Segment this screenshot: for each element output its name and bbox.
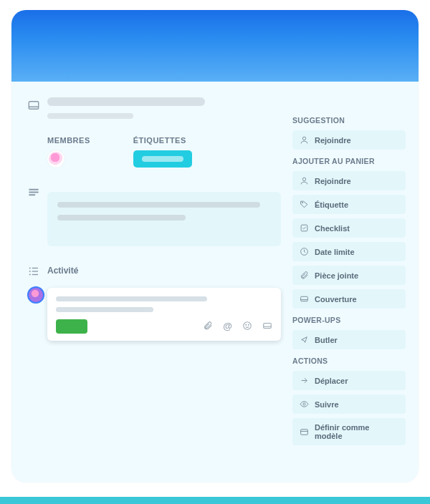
- sidebar-item-label: Suivre: [315, 400, 339, 409]
- sidebar-item-label: Checklist: [315, 224, 350, 233]
- members-section: MEMBRES: [47, 136, 90, 168]
- svg-rect-21: [301, 296, 308, 301]
- members-heading: MEMBRES: [47, 136, 90, 145]
- svg-point-16: [302, 137, 305, 140]
- mention-icon[interactable]: @: [223, 321, 232, 333]
- sidebar-item-label: Rejoindre: [315, 177, 351, 185]
- card-modal: MEMBRES ÉTIQUETTES: [11, 10, 419, 483]
- svg-rect-24: [301, 429, 308, 435]
- user-avatar-gutter: [27, 284, 47, 304]
- sidebar-label-button[interactable]: Étiquette: [292, 195, 406, 214]
- sidebar-move-button[interactable]: Déplacer: [292, 371, 406, 390]
- sidebar-item-label: Étiquette: [315, 200, 348, 209]
- svg-point-7: [29, 271, 31, 272]
- page-accent-bar: [0, 497, 430, 504]
- labels-heading: ÉTIQUETTES: [133, 136, 192, 145]
- svg-point-9: [29, 274, 31, 276]
- svg-point-18: [302, 202, 302, 203]
- sidebar-join-button[interactable]: Rejoindre: [292, 130, 406, 150]
- description-icon: [27, 185, 47, 199]
- sidebar-duedate-button[interactable]: Date limite: [292, 242, 406, 261]
- emoji-icon[interactable]: [242, 321, 252, 333]
- card-icon-small[interactable]: [262, 321, 272, 333]
- description-box[interactable]: [47, 192, 281, 246]
- member-avatar[interactable]: [47, 150, 64, 168]
- svg-point-23: [303, 403, 305, 405]
- sidebar-checklist-button[interactable]: Checklist: [292, 218, 406, 238]
- sidebar-item-label: Rejoindre: [315, 136, 351, 145]
- svg-rect-0: [29, 102, 39, 110]
- current-user-avatar[interactable]: [27, 286, 44, 304]
- sidebar-template-button[interactable]: Définir comme modèle: [292, 418, 406, 445]
- sidebar-item-label: Définir comme modèle: [315, 423, 398, 440]
- description-line: [57, 215, 186, 220]
- description-line: [57, 202, 260, 208]
- sidebar-heading-powerups: POWER-UPS: [292, 316, 406, 324]
- sidebar-join-button-2[interactable]: Rejoindre: [292, 171, 406, 190]
- card-subtitle-placeholder: [47, 113, 133, 119]
- sidebar-watch-button[interactable]: Suivre: [292, 394, 406, 414]
- sidebar-attachment-button[interactable]: Pièce jointe: [292, 266, 406, 285]
- sidebar-item-label: Pièce jointe: [315, 271, 358, 280]
- comment-placeholder-line: [56, 307, 153, 312]
- activity-icon: [27, 263, 47, 278]
- main-column: MEMBRES ÉTIQUETTES: [27, 97, 281, 450]
- sidebar-heading-suggestion: SUGGESTION: [292, 116, 406, 125]
- svg-point-5: [29, 268, 31, 269]
- sidebar-item-label: Butler: [315, 336, 338, 344]
- sidebar-cover-button[interactable]: Couverture: [292, 289, 406, 309]
- activity-heading: Activité: [47, 266, 78, 276]
- sidebar-item-label: Couverture: [315, 295, 357, 304]
- sidebar-butler-button[interactable]: Butler: [292, 330, 406, 349]
- comment-toolbar: @: [203, 321, 272, 333]
- svg-point-13: [248, 324, 249, 325]
- sidebar-item-label: Date limite: [315, 248, 355, 256]
- svg-rect-4: [29, 194, 35, 195]
- card-title-placeholder[interactable]: [47, 97, 205, 106]
- sidebar-heading-actions: ACTIONS: [292, 357, 406, 365]
- cover-banner[interactable]: [11, 10, 419, 82]
- svg-point-11: [244, 321, 252, 329]
- svg-point-17: [302, 178, 305, 180]
- svg-rect-14: [264, 323, 272, 328]
- sidebar: SUGGESTION Rejoindre AJOUTER AU PANIER R…: [292, 97, 406, 450]
- svg-rect-3: [29, 192, 39, 193]
- comment-composer[interactable]: @: [47, 288, 281, 341]
- attachment-icon[interactable]: [203, 321, 213, 333]
- save-comment-button[interactable]: [56, 319, 87, 334]
- svg-point-12: [246, 324, 247, 325]
- svg-rect-2: [29, 189, 39, 190]
- label-chip[interactable]: [133, 150, 192, 168]
- comment-placeholder-line: [56, 296, 207, 301]
- card-icon: [27, 97, 47, 112]
- sidebar-heading-add: AJOUTER AU PANIER: [292, 157, 406, 165]
- sidebar-item-label: Déplacer: [315, 377, 348, 385]
- labels-section: ÉTIQUETTES: [133, 136, 192, 168]
